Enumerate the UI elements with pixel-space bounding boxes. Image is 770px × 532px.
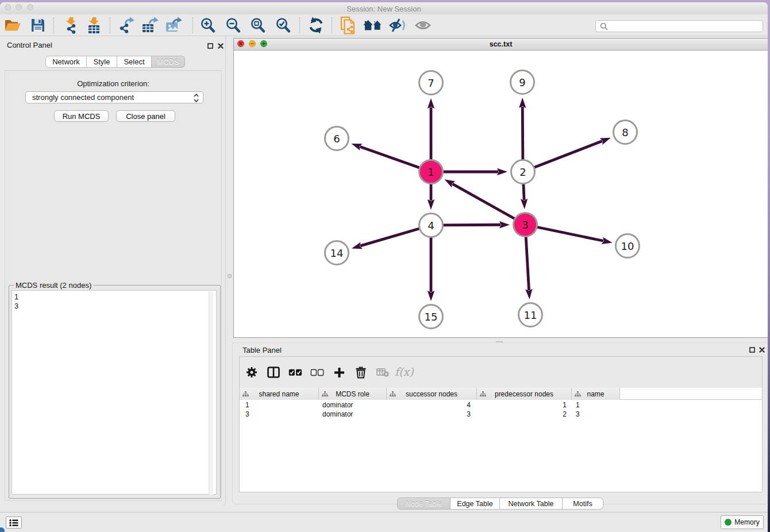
export-image-icon[interactable] xyxy=(163,16,186,35)
node-label-3: 3 xyxy=(522,219,528,231)
control-panel-title: Control Panel xyxy=(7,41,52,49)
settings-icon[interactable] xyxy=(241,361,263,384)
edge-arrowhead xyxy=(428,98,434,109)
duplicate-network-icon[interactable] xyxy=(336,16,359,35)
table-row[interactable]: 1dominator411 xyxy=(240,400,762,410)
edge-arrowhead xyxy=(519,98,526,108)
network-window-title: scc.txt xyxy=(234,40,768,48)
network-window-titlebar[interactable]: scc.txt xyxy=(234,38,768,51)
tab-edge-table[interactable]: Edge Table xyxy=(451,498,500,510)
toolbar-separator xyxy=(53,17,54,33)
column-header-label: MCDS role xyxy=(336,390,369,398)
cell-shared-name[interactable]: 3 xyxy=(240,410,319,419)
float-icon[interactable] xyxy=(207,43,214,49)
list-icon xyxy=(9,519,19,527)
hide-panel-icon[interactable] xyxy=(387,16,410,35)
node-label-14: 14 xyxy=(330,247,344,259)
home-view-icon[interactable] xyxy=(361,16,384,35)
tab-network-table[interactable]: Network Table xyxy=(500,498,563,510)
close-panel-button[interactable]: Close panel xyxy=(116,110,175,122)
toolbar-separator xyxy=(332,17,332,33)
close-icon[interactable] xyxy=(759,346,765,353)
run-mcds-button[interactable]: Run MCDS xyxy=(54,110,109,122)
cell-MCDS-role[interactable]: dominator xyxy=(319,400,387,410)
memory-button[interactable]: Memory xyxy=(721,515,764,529)
node-label-9: 9 xyxy=(519,76,525,88)
edge-arrowhead xyxy=(497,168,507,175)
node-table: shared name MCDS role successor nodes pr… xyxy=(240,388,762,492)
tab-node-table[interactable]: Node Table xyxy=(397,498,451,510)
open-session-icon[interactable] xyxy=(1,16,24,35)
zoom-in-icon[interactable] xyxy=(197,16,220,35)
main-toolbar xyxy=(0,14,768,36)
edge-2-8[interactable] xyxy=(523,141,602,172)
task-history-button[interactable] xyxy=(6,516,22,529)
float-icon[interactable] xyxy=(749,346,756,353)
status-bar: Memory xyxy=(0,512,768,532)
split-view-icon[interactable] xyxy=(263,361,284,384)
column-header-label: shared name xyxy=(259,390,299,398)
cell-MCDS-role[interactable]: dominator xyxy=(319,410,387,419)
show-panel-icon[interactable] xyxy=(412,16,435,35)
edge-arrowhead xyxy=(525,289,532,299)
import-table-icon[interactable] xyxy=(83,16,106,35)
select-all-icon[interactable] xyxy=(284,361,306,384)
search-icon xyxy=(600,22,608,30)
cell-successor-nodes[interactable]: 3 xyxy=(387,410,477,419)
cell-predecessor-nodes[interactable]: 2 xyxy=(477,410,572,419)
table-header-row: shared name MCDS role successor nodes pr… xyxy=(240,388,762,400)
toolbar-group xyxy=(1,14,49,36)
export-network-icon[interactable] xyxy=(116,16,138,35)
tab-mcds[interactable]: MCDS xyxy=(152,56,185,68)
column-type-icon xyxy=(575,391,581,399)
cell-shared-name[interactable]: 1 xyxy=(240,400,319,410)
tab-style[interactable]: Style xyxy=(87,56,117,68)
tab-select[interactable]: Select xyxy=(117,56,152,68)
cell-name[interactable]: 3 xyxy=(572,410,620,419)
deselect-all-icon[interactable] xyxy=(306,361,328,384)
import-network-icon[interactable] xyxy=(60,16,83,35)
control-panel: Control Panel NetworkStyleSelectMCDS Opt… xyxy=(0,36,226,506)
table-row[interactable]: 3dominator323 xyxy=(240,410,762,419)
export-table-icon[interactable] xyxy=(139,16,162,35)
zoom-out-icon[interactable] xyxy=(222,16,245,35)
mcds-result-textarea[interactable]: 1 3 xyxy=(11,290,217,495)
zoom-selected-icon[interactable] xyxy=(272,16,295,35)
first-neighbors-icon[interactable] xyxy=(305,16,328,35)
save-session-icon[interactable] xyxy=(26,16,49,35)
table-tabs: Node TableEdge TableNetwork TableMotifs xyxy=(397,498,603,510)
edge-arrowhead xyxy=(499,221,510,228)
edge-arrowhead xyxy=(521,199,528,209)
vertical-divider-handle[interactable] xyxy=(228,274,232,278)
app-titlebar[interactable]: Session: New Session xyxy=(0,2,768,15)
table-panel-title: Table Panel xyxy=(242,346,282,354)
zoom-fit-icon[interactable] xyxy=(247,16,270,35)
node-label-10: 10 xyxy=(621,240,634,252)
cell-successor-nodes[interactable]: 4 xyxy=(387,400,477,410)
column-header-successor-nodes[interactable]: successor nodes xyxy=(387,388,477,400)
search-input[interactable] xyxy=(595,20,763,32)
mcds-tab-content: Optimization criterion: strongly connect… xyxy=(5,70,222,501)
delete-table-icon[interactable] xyxy=(372,361,394,384)
function-builder-icon[interactable]: f(x) xyxy=(394,361,415,384)
edge-arrowhead xyxy=(428,199,434,210)
network-canvas[interactable]: 1234678910111415 xyxy=(234,51,768,337)
delete-column-icon[interactable] xyxy=(350,361,372,384)
tab-motifs[interactable]: Motifs xyxy=(563,498,603,510)
svg-text:f(x): f(x) xyxy=(395,365,414,378)
cell-name[interactable]: 1 xyxy=(572,400,620,410)
column-header-name[interactable]: name xyxy=(572,388,620,400)
column-header-shared-name[interactable]: shared name xyxy=(240,388,319,400)
node-label-4: 4 xyxy=(428,219,434,232)
tab-network[interactable]: Network xyxy=(45,56,87,68)
node-label-15: 15 xyxy=(425,311,438,323)
result-scrollbar[interactable] xyxy=(209,291,213,495)
column-header-MCDS-role[interactable]: MCDS role xyxy=(319,388,387,400)
add-column-icon[interactable] xyxy=(328,361,350,384)
close-icon[interactable] xyxy=(217,43,224,49)
criterion-select[interactable]: strongly connected component xyxy=(25,91,203,103)
column-header-predecessor-nodes[interactable]: predecessor nodes xyxy=(477,388,572,400)
table-panel: Table Panel xyxy=(232,342,768,504)
column-header-label: predecessor nodes xyxy=(495,390,553,398)
cell-predecessor-nodes[interactable]: 1 xyxy=(477,400,572,410)
